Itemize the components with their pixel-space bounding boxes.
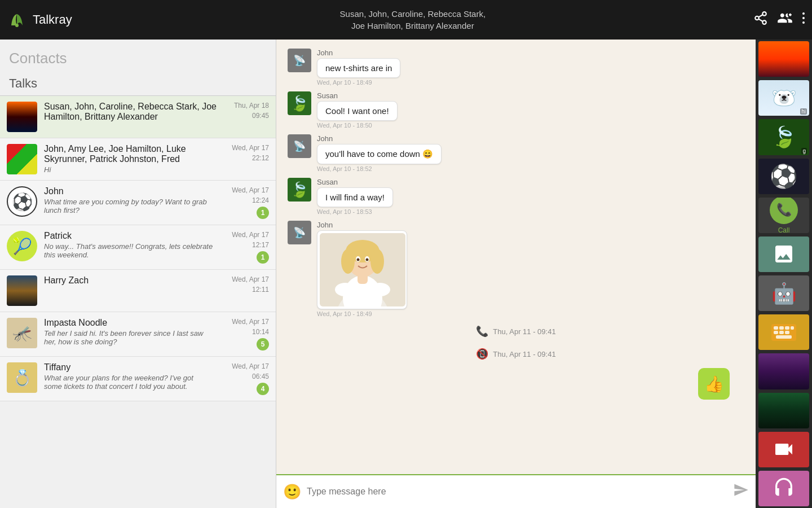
talk-preview: No way... That's awesome!! Congrats, let… xyxy=(44,242,213,259)
talk-time: 22:12 xyxy=(252,154,269,162)
talk-item[interactable]: 🦟 Impasta Noodle Tell her I said hi. It'… xyxy=(0,312,276,357)
message-avatar: 🍃 xyxy=(288,178,311,202)
more-options-icon[interactable] xyxy=(802,11,805,28)
talk-item[interactable]: ⚽ John What time are you coming by today… xyxy=(0,181,276,225)
right-panel-item[interactable]: 🤖 xyxy=(758,275,809,311)
call-time: Thu, Apr 11 - 09:41 xyxy=(493,350,555,358)
talk-time: 06:45 xyxy=(252,373,269,380)
topbar-left: Talkray xyxy=(7,10,72,30)
app-logo-icon xyxy=(7,10,27,30)
image-panel-button[interactable] xyxy=(758,237,809,272)
svg-point-25 xyxy=(335,283,355,296)
talk-body: Harry Zach xyxy=(44,275,217,287)
talk-preview: What are your plans for the weekend? I'v… xyxy=(44,374,213,391)
message-sender: Susan xyxy=(317,91,398,100)
call-label: Call xyxy=(778,226,790,233)
message-content: John you'll have to come down 😄 Wed, Apr… xyxy=(317,134,442,172)
message-image-bubble xyxy=(317,230,407,309)
sidebar: Contacts Talks Susan, John, Caroline, Re… xyxy=(0,40,276,508)
message-bubble: Cool! I want one! xyxy=(317,101,398,121)
svg-point-10 xyxy=(802,12,805,15)
talk-time: 12:11 xyxy=(252,286,269,294)
right-panel-item[interactable] xyxy=(758,353,809,389)
svg-line-5 xyxy=(758,19,762,21)
message-input[interactable] xyxy=(307,487,727,497)
thumbs-up-area: 👍 xyxy=(288,368,744,405)
talk-preview: Tell her I said hi. It's been forever si… xyxy=(44,329,213,346)
send-button[interactable] xyxy=(733,482,749,501)
talk-name: Tiffany xyxy=(44,362,217,373)
message-bubble: you'll have to come down 😄 xyxy=(317,144,442,164)
add-people-icon[interactable] xyxy=(777,10,793,29)
message-time: Wed, Apr 10 - 18:49 xyxy=(317,79,400,86)
unread-badge: 5 xyxy=(257,338,269,351)
svg-rect-35 xyxy=(776,335,792,339)
call-info: 📞 Thu, Apr 11 - 09:41 xyxy=(288,325,744,338)
person-image xyxy=(320,233,405,306)
svg-point-12 xyxy=(802,21,805,24)
talk-meta: Wed, Apr 17 12:11 xyxy=(224,275,269,294)
emoji-button[interactable]: 🙂 xyxy=(283,483,301,501)
talk-time: 10:14 xyxy=(252,328,269,336)
avatar: 💍 xyxy=(7,362,37,393)
image-icon xyxy=(773,243,795,265)
right-panel-item[interactable] xyxy=(758,41,809,77)
share-icon[interactable] xyxy=(753,11,768,29)
video-record-button[interactable] xyxy=(758,432,809,467)
talk-name: Harry Zach xyxy=(44,275,217,286)
message-time: Wed, Apr 10 - 18:49 xyxy=(317,310,407,317)
svg-rect-29 xyxy=(779,326,784,330)
talk-body: Impasta Noodle Tell her I said hi. It's … xyxy=(44,318,217,346)
right-panel-item[interactable]: ⚽ xyxy=(758,159,809,194)
thumbs-up-button[interactable]: 👍 xyxy=(698,368,730,400)
right-panel-item[interactable]: 🐻‍❄️ hi xyxy=(758,80,809,116)
message-bubble: new t-shirts are in xyxy=(317,58,400,78)
talk-date: Thu, Apr 18 xyxy=(234,102,269,110)
talk-item[interactable]: Harry Zach Wed, Apr 17 12:11 xyxy=(0,270,276,312)
talk-date: Wed, Apr 17 xyxy=(232,231,269,239)
right-panel-item[interactable]: 🍃 g xyxy=(758,119,809,155)
avatar xyxy=(7,144,37,174)
panel-label: g xyxy=(801,148,807,154)
svg-point-20 xyxy=(370,249,384,274)
talk-item[interactable]: Susan, John, Caroline, Rebecca Stark, Jo… xyxy=(0,96,276,138)
app-title: Talkray xyxy=(33,12,72,27)
talk-meta: Wed, Apr 17 22:12 xyxy=(224,144,269,162)
message-row: 📡 John new t-shirts are in Wed, Apr 10 -… xyxy=(288,49,744,86)
message-avatar: 📡 xyxy=(288,221,311,244)
message-time: Wed, Apr 10 - 18:52 xyxy=(317,165,442,172)
avatar: ⚽ xyxy=(7,186,37,217)
svg-point-23 xyxy=(357,259,360,261)
call-outgoing-icon: 📞 xyxy=(476,325,488,338)
right-panel-item[interactable] xyxy=(758,393,809,428)
message-sender: John xyxy=(317,221,407,229)
green-call-button[interactable]: 📞 xyxy=(770,198,798,225)
talk-preview: What time are you coming by today? Want … xyxy=(44,198,213,214)
call-panel-button[interactable]: 📞 Call xyxy=(758,198,809,233)
svg-rect-32 xyxy=(774,331,778,334)
talk-item[interactable]: 🎾 Patrick No way... That's awesome!! Con… xyxy=(0,225,276,270)
chat-messages: 📡 John new t-shirts are in Wed, Apr 10 -… xyxy=(276,40,756,474)
svg-rect-34 xyxy=(785,331,789,334)
right-panel-item[interactable] xyxy=(758,314,809,350)
svg-point-11 xyxy=(802,17,805,19)
message-content: Susan I will find a way! Wed, Apr 10 - 1… xyxy=(317,178,393,215)
talk-body: John What time are you coming by today? … xyxy=(44,186,217,214)
message-sender: Susan xyxy=(317,178,393,186)
talk-item[interactable]: John, Amy Lee, Joe Hamilton, Luke Skyrun… xyxy=(0,138,276,181)
panel-label: hi xyxy=(800,108,807,115)
message-time: Wed, Apr 10 - 18:53 xyxy=(317,208,393,215)
talk-name: Patrick xyxy=(44,231,217,241)
svg-point-4 xyxy=(762,20,766,24)
message-sender: John xyxy=(317,134,442,143)
talk-item[interactable]: 💍 Tiffany What are your plans for the we… xyxy=(0,357,276,401)
talk-meta: Wed, Apr 17 10:14 5 xyxy=(224,318,269,351)
unread-badge: 1 xyxy=(257,207,269,219)
talk-body: Susan, John, Caroline, Rebecca Stark, Jo… xyxy=(44,102,217,123)
contacts-header: Contacts xyxy=(0,40,276,72)
svg-rect-30 xyxy=(785,326,789,330)
talk-meta: Wed, Apr 17 12:17 1 xyxy=(224,231,269,264)
message-bubble: I will find a way! xyxy=(317,187,393,207)
message-content: Susan Cool! I want one! Wed, Apr 10 - 18… xyxy=(317,91,398,129)
audio-button[interactable] xyxy=(758,471,809,506)
